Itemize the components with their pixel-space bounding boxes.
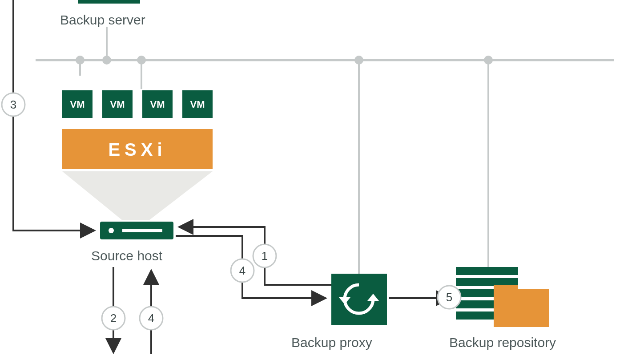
step-4a-num: 4	[239, 264, 246, 277]
backup-proxy-icon	[331, 274, 387, 325]
backup-proxy-label: Backup proxy	[291, 335, 372, 350]
svg-point-5	[109, 228, 114, 233]
svg-rect-6	[122, 229, 162, 232]
esxi-label: ESXi	[108, 140, 166, 159]
vm-label-2: VM	[110, 99, 125, 110]
source-host-label: Source host	[91, 248, 163, 263]
svg-rect-15	[494, 289, 549, 327]
vm-group: VM VM VM VM	[62, 90, 213, 118]
bus-node-host	[137, 56, 146, 65]
step-4b-num: 4	[148, 312, 154, 325]
funnel	[62, 171, 213, 220]
svg-rect-10	[456, 267, 518, 275]
vm-label-3: VM	[150, 99, 165, 110]
vm-label-1: VM	[70, 99, 85, 110]
svg-rect-7	[331, 274, 387, 325]
step-2-num: 2	[110, 312, 117, 325]
backup-server-label: Backup server	[60, 12, 145, 27]
step-1-num: 1	[262, 249, 268, 263]
backup-repository-icon	[456, 267, 549, 327]
svg-rect-16	[494, 285, 518, 295]
source-host-icon	[100, 222, 173, 239]
step-3-num: 3	[10, 98, 16, 111]
backup-server-icon	[78, 0, 140, 4]
vm-label-4: VM	[190, 99, 205, 110]
step-5-num: 5	[446, 291, 452, 304]
backup-repository-label: Backup repository	[449, 335, 556, 350]
